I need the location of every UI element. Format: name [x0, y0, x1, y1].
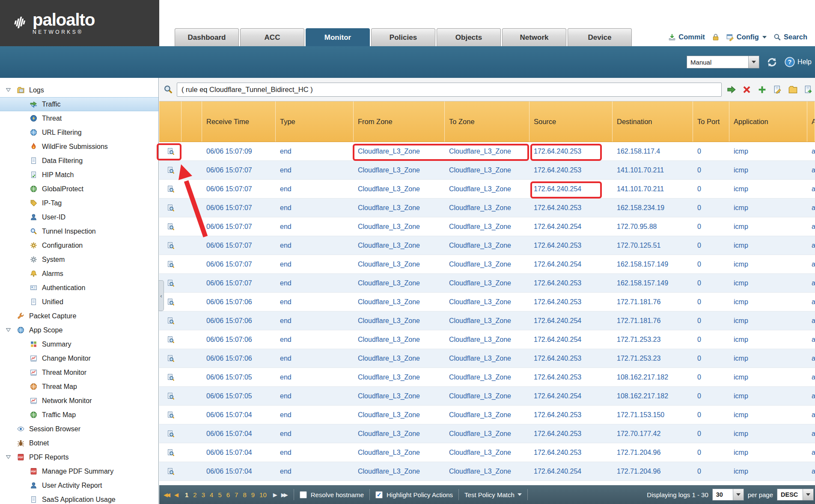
page-number-10[interactable]: 10 — [259, 491, 267, 498]
table-row[interactable]: 06/06 15:07:07endCloudflare_L3_ZoneCloud… — [159, 217, 815, 236]
page-number-2[interactable]: 2 — [193, 491, 196, 498]
table-row[interactable]: 06/06 15:07:09endCloudflare_L3_ZoneCloud… — [159, 142, 815, 161]
column-header-blank-1[interactable] — [181, 101, 202, 142]
sidebar-item-botnet[interactable]: Botnet — [0, 436, 158, 450]
log-detail-icon[interactable] — [159, 199, 181, 217]
search-button[interactable]: Search — [773, 33, 807, 41]
table-row[interactable]: 06/06 15:07:05endCloudflare_L3_ZoneCloud… — [159, 368, 815, 387]
sidebar-item-threat-map[interactable]: Threat Map — [0, 379, 158, 394]
lock-button[interactable] — [712, 33, 720, 41]
table-row[interactable]: 06/06 15:07:07endCloudflare_L3_ZoneCloud… — [159, 236, 815, 255]
table-row[interactable]: 06/06 15:07:06endCloudflare_L3_ZoneCloud… — [159, 293, 815, 311]
sidebar-item-system[interactable]: System — [0, 252, 158, 267]
resolve-hostname-checkbox[interactable] — [300, 491, 307, 498]
tab-objects[interactable]: Objects — [437, 28, 501, 46]
sidebar-item-pdf-reports[interactable]: PDFPDF Reports — [0, 450, 158, 464]
clear-filter-button[interactable] — [741, 84, 753, 95]
refresh-icon[interactable] — [766, 56, 778, 68]
sidebar-item-unified[interactable]: Unified — [0, 295, 158, 309]
column-header-application[interactable]: Application — [729, 101, 807, 142]
column-header-source[interactable]: Source — [529, 101, 613, 142]
sidebar-item-summary[interactable]: Summary — [0, 337, 158, 351]
tree-expander-icon[interactable] — [6, 88, 17, 92]
log-detail-icon[interactable] — [159, 443, 181, 462]
log-detail-icon[interactable] — [159, 217, 181, 236]
table-row[interactable]: 06/06 15:07:04endCloudflare_L3_ZoneCloud… — [159, 406, 815, 424]
log-detail-icon[interactable] — [159, 481, 181, 485]
sidebar-item-url-filtering[interactable]: URL Filtering — [0, 125, 158, 139]
log-detail-icon[interactable] — [159, 368, 181, 386]
sidebar-collapse-handle[interactable]: ‹ — [159, 280, 164, 311]
commit-button[interactable]: Commit — [668, 33, 705, 41]
sidebar-item-packet-capture[interactable]: Packet Capture — [0, 309, 158, 323]
sidebar-item-user-id[interactable]: User-ID — [0, 210, 158, 224]
chevron-down-icon[interactable] — [733, 489, 744, 500]
apply-filter-button[interactable] — [726, 84, 737, 95]
column-header-receive-time[interactable]: Receive Time — [202, 101, 276, 142]
add-filter-button[interactable] — [756, 84, 768, 95]
sidebar-item-network-monitor[interactable]: Network Monitor — [0, 394, 158, 408]
log-detail-icon[interactable] — [159, 424, 181, 443]
sidebar-item-alarms[interactable]: Alarms — [0, 267, 158, 281]
table-row[interactable]: 06/06 15:07:06endCloudflare_L3_ZoneCloud… — [159, 349, 815, 368]
column-header-blank-0[interactable] — [159, 101, 181, 142]
sidebar-item-globalprotect[interactable]: GlobalProtect — [0, 182, 158, 196]
load-filter-button[interactable] — [787, 84, 799, 95]
sidebar-item-tunnel-inspection[interactable]: Tunnel Inspection — [0, 224, 158, 238]
sidebar-item-threat-monitor[interactable]: Threat Monitor — [0, 365, 158, 379]
sidebar-item-session-browser[interactable]: Session Browser — [0, 422, 158, 436]
log-detail-icon[interactable] — [159, 161, 181, 179]
table-row[interactable]: 06/06 15:07:07endCloudflare_L3_ZoneCloud… — [159, 161, 815, 180]
prev-page-button[interactable]: ◀ — [174, 492, 178, 498]
log-detail-icon[interactable] — [159, 142, 181, 160]
tab-policies[interactable]: Policies — [371, 28, 435, 46]
sidebar-item-traffic[interactable]: Traffic — [0, 97, 158, 111]
page-number-7[interactable]: 7 — [235, 491, 238, 498]
next-page-button[interactable]: ▶ — [273, 492, 277, 498]
save-filter-button[interactable] — [772, 84, 783, 95]
sort-order-select[interactable]: DESC — [777, 489, 814, 501]
page-number-9[interactable]: 9 — [251, 491, 255, 498]
table-row[interactable]: 06/06 15:07:06endCloudflare_L3_ZoneCloud… — [159, 330, 815, 349]
sidebar-item-configuration[interactable]: Configuration — [0, 238, 158, 252]
log-detail-icon[interactable] — [159, 255, 181, 273]
page-number-4[interactable]: 4 — [210, 491, 213, 498]
log-detail-icon[interactable] — [159, 180, 181, 198]
column-header-from-zone[interactable]: From Zone — [354, 101, 445, 142]
sidebar-item-user-activity-report[interactable]: User Activity Report — [0, 478, 158, 492]
last-page-button[interactable]: ▶▶ — [281, 492, 286, 498]
column-header-to-port[interactable]: To Port — [693, 101, 729, 142]
page-number-3[interactable]: 3 — [202, 491, 205, 498]
page-number-6[interactable]: 6 — [226, 491, 230, 498]
table-row[interactable]: 06/06 15:07:04endCloudflare_L3_ZoneCloud… — [159, 462, 815, 481]
highlight-policy-checkbox[interactable] — [375, 491, 383, 498]
test-policy-match-button[interactable]: Test Policy Match — [464, 491, 522, 498]
commit-mode-select[interactable]: Manual — [687, 56, 759, 68]
table-row[interactable]: 06/06 15:07:07endCloudflare_L3_ZoneCloud… — [159, 180, 815, 199]
table-row[interactable]: 06/06 15:07:05endCloudflare_L3_ZoneCloud… — [159, 387, 815, 406]
table-row[interactable]: 06/06 15:07:07endCloudflare_L3_ZoneCloud… — [159, 199, 815, 217]
table-row[interactable]: 06/06 15:07:06endCloudflare_L3_ZoneCloud… — [159, 311, 815, 330]
sidebar-item-manage-pdf-summary[interactable]: PDFManage PDF Summary — [0, 464, 158, 478]
column-header-destination[interactable]: Destination — [613, 101, 693, 142]
sidebar-item-hip-match[interactable]: HIP Match — [0, 168, 158, 182]
export-logs-button[interactable] — [803, 84, 814, 95]
page-number-1[interactable]: 1 — [185, 491, 188, 498]
filter-input[interactable] — [177, 83, 722, 97]
page-number-8[interactable]: 8 — [243, 491, 246, 498]
chevron-down-icon[interactable] — [748, 56, 759, 68]
sidebar-item-ip-tag[interactable]: IP-Tag — [0, 196, 158, 210]
page-number-5[interactable]: 5 — [218, 491, 221, 498]
column-header-a[interactable]: A — [807, 101, 815, 142]
sidebar-item-change-monitor[interactable]: Change Monitor — [0, 351, 158, 365]
sidebar-item-saas-application-usage[interactable]: SaaS Application Usage — [0, 492, 158, 504]
table-row[interactable]: 06/06 15:07:04endCloudflare_L3_ZoneCloud… — [159, 443, 815, 462]
tree-expander-icon[interactable] — [6, 328, 17, 332]
log-detail-icon[interactable] — [159, 462, 181, 480]
log-detail-icon[interactable] — [159, 311, 181, 330]
log-detail-icon[interactable] — [159, 349, 181, 368]
sidebar-item-wildfire-submissions[interactable]: WildFire Submissions — [0, 139, 158, 154]
log-detail-icon[interactable] — [159, 330, 181, 349]
tab-network[interactable]: Network — [502, 28, 566, 46]
tab-acc[interactable]: ACC — [240, 28, 304, 46]
